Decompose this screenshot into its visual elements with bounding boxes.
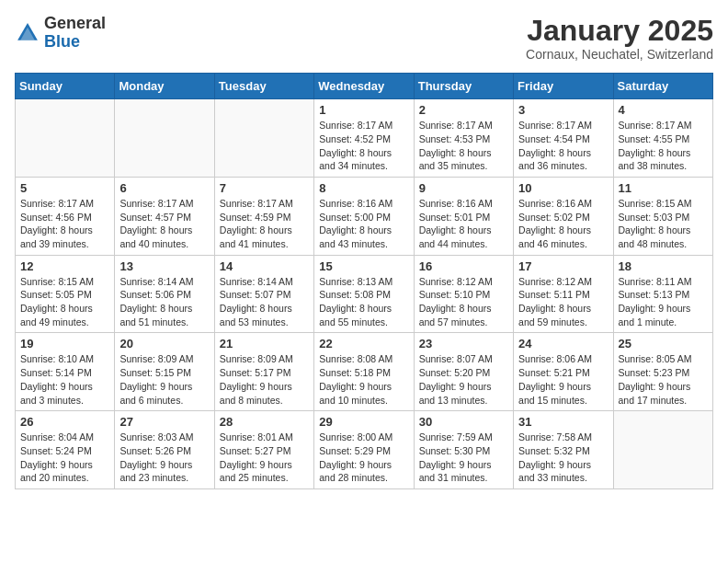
day-number: 9 xyxy=(419,181,508,195)
calendar-cell: 26Sunrise: 8:04 AM Sunset: 5:24 PM Dayli… xyxy=(16,411,115,489)
day-number: 29 xyxy=(319,415,408,429)
day-number: 22 xyxy=(319,337,408,350)
calendar-cell: 13Sunrise: 8:14 AM Sunset: 5:06 PM Dayli… xyxy=(115,255,214,333)
weekday-header: Tuesday xyxy=(214,74,313,99)
day-info: Sunrise: 8:15 AM Sunset: 5:05 PM Dayligh… xyxy=(20,275,109,329)
day-number: 23 xyxy=(419,337,508,350)
location: Cornaux, Neuchatel, Switzerland xyxy=(526,47,713,62)
day-info: Sunrise: 8:16 AM Sunset: 5:01 PM Dayligh… xyxy=(419,197,508,251)
day-info: Sunrise: 8:17 AM Sunset: 4:56 PM Dayligh… xyxy=(20,197,109,251)
calendar-cell: 28Sunrise: 8:01 AM Sunset: 5:27 PM Dayli… xyxy=(214,411,313,489)
calendar-cell: 4Sunrise: 8:17 AM Sunset: 4:55 PM Daylig… xyxy=(613,99,712,178)
weekday-header: Monday xyxy=(115,74,214,99)
day-number: 7 xyxy=(220,181,309,195)
day-info: Sunrise: 8:09 AM Sunset: 5:17 PM Dayligh… xyxy=(220,352,309,407)
day-info: Sunrise: 8:17 AM Sunset: 4:57 PM Dayligh… xyxy=(119,197,209,251)
calendar-cell: 19Sunrise: 8:10 AM Sunset: 5:14 PM Dayli… xyxy=(16,333,115,411)
day-number: 17 xyxy=(518,259,608,273)
day-number: 6 xyxy=(119,181,209,195)
calendar-cell: 8Sunrise: 8:16 AM Sunset: 5:00 PM Daylig… xyxy=(314,177,414,255)
day-number: 18 xyxy=(619,259,708,273)
day-info: Sunrise: 8:08 AM Sunset: 5:18 PM Dayligh… xyxy=(319,352,408,407)
calendar-cell xyxy=(613,411,712,489)
day-info: Sunrise: 8:07 AM Sunset: 5:20 PM Dayligh… xyxy=(419,352,508,407)
day-number: 30 xyxy=(419,415,508,429)
day-number: 8 xyxy=(319,181,408,195)
calendar-cell: 18Sunrise: 8:11 AM Sunset: 5:13 PM Dayli… xyxy=(613,255,712,333)
calendar-cell: 27Sunrise: 8:03 AM Sunset: 5:26 PM Dayli… xyxy=(115,411,214,489)
calendar-cell xyxy=(115,99,214,178)
calendar-table: SundayMondayTuesdayWednesdayThursdayFrid… xyxy=(15,73,713,489)
calendar-cell: 20Sunrise: 8:09 AM Sunset: 5:15 PM Dayli… xyxy=(115,333,214,411)
page-header: General Blue January 2025 Cornaux, Neuch… xyxy=(15,15,713,62)
day-number: 5 xyxy=(20,181,109,195)
weekday-header: Sunday xyxy=(16,74,115,99)
day-info: Sunrise: 8:09 AM Sunset: 5:15 PM Dayligh… xyxy=(119,352,209,407)
weekday-header: Saturday xyxy=(613,74,712,99)
calendar-cell: 10Sunrise: 8:16 AM Sunset: 5:02 PM Dayli… xyxy=(514,177,613,255)
day-info: Sunrise: 8:05 AM Sunset: 5:23 PM Dayligh… xyxy=(619,352,708,407)
day-info: Sunrise: 8:17 AM Sunset: 4:59 PM Dayligh… xyxy=(220,197,309,251)
day-info: Sunrise: 8:14 AM Sunset: 5:07 PM Dayligh… xyxy=(220,275,309,329)
day-info: Sunrise: 7:59 AM Sunset: 5:30 PM Dayligh… xyxy=(419,431,508,485)
calendar-cell: 25Sunrise: 8:05 AM Sunset: 5:23 PM Dayli… xyxy=(613,333,712,411)
day-number: 24 xyxy=(518,337,608,350)
calendar-cell: 23Sunrise: 8:07 AM Sunset: 5:20 PM Dayli… xyxy=(414,333,513,411)
day-info: Sunrise: 8:17 AM Sunset: 4:52 PM Dayligh… xyxy=(319,119,408,173)
day-info: Sunrise: 8:17 AM Sunset: 4:55 PM Dayligh… xyxy=(619,119,708,173)
weekday-header-row: SundayMondayTuesdayWednesdayThursdayFrid… xyxy=(16,74,713,99)
calendar-cell xyxy=(16,99,115,178)
day-info: Sunrise: 8:16 AM Sunset: 5:00 PM Dayligh… xyxy=(319,197,408,251)
calendar-week-row: 1Sunrise: 8:17 AM Sunset: 4:52 PM Daylig… xyxy=(16,99,713,178)
day-number: 13 xyxy=(119,259,209,273)
calendar-cell: 6Sunrise: 8:17 AM Sunset: 4:57 PM Daylig… xyxy=(115,177,214,255)
calendar-week-row: 19Sunrise: 8:10 AM Sunset: 5:14 PM Dayli… xyxy=(16,333,713,411)
weekday-header: Wednesday xyxy=(314,74,414,99)
calendar-cell: 16Sunrise: 8:12 AM Sunset: 5:10 PM Dayli… xyxy=(414,255,513,333)
day-number: 27 xyxy=(119,415,209,429)
calendar-cell: 1Sunrise: 8:17 AM Sunset: 4:52 PM Daylig… xyxy=(314,99,414,178)
day-info: Sunrise: 8:12 AM Sunset: 5:11 PM Dayligh… xyxy=(518,275,608,329)
weekday-header: Thursday xyxy=(414,74,513,99)
day-number: 2 xyxy=(419,103,508,117)
calendar-cell: 21Sunrise: 8:09 AM Sunset: 5:17 PM Dayli… xyxy=(214,333,313,411)
day-number: 28 xyxy=(220,415,309,429)
day-info: Sunrise: 8:00 AM Sunset: 5:29 PM Dayligh… xyxy=(319,431,408,485)
calendar-cell: 11Sunrise: 8:15 AM Sunset: 5:03 PM Dayli… xyxy=(613,177,712,255)
calendar-cell: 24Sunrise: 8:06 AM Sunset: 5:21 PM Dayli… xyxy=(514,333,613,411)
calendar-cell: 29Sunrise: 8:00 AM Sunset: 5:29 PM Dayli… xyxy=(314,411,414,489)
calendar-cell: 2Sunrise: 8:17 AM Sunset: 4:53 PM Daylig… xyxy=(414,99,513,178)
calendar-cell: 9Sunrise: 8:16 AM Sunset: 5:01 PM Daylig… xyxy=(414,177,513,255)
day-info: Sunrise: 7:58 AM Sunset: 5:32 PM Dayligh… xyxy=(518,431,608,485)
calendar-cell: 5Sunrise: 8:17 AM Sunset: 4:56 PM Daylig… xyxy=(16,177,115,255)
day-number: 10 xyxy=(518,181,608,195)
day-info: Sunrise: 8:12 AM Sunset: 5:10 PM Dayligh… xyxy=(419,275,508,329)
calendar-week-row: 12Sunrise: 8:15 AM Sunset: 5:05 PM Dayli… xyxy=(16,255,713,333)
day-info: Sunrise: 8:10 AM Sunset: 5:14 PM Dayligh… xyxy=(20,352,109,407)
day-info: Sunrise: 8:04 AM Sunset: 5:24 PM Dayligh… xyxy=(20,431,109,485)
day-number: 16 xyxy=(419,259,508,273)
day-number: 14 xyxy=(220,259,309,273)
day-info: Sunrise: 8:14 AM Sunset: 5:06 PM Dayligh… xyxy=(119,275,209,329)
day-number: 20 xyxy=(119,337,209,350)
calendar-cell: 3Sunrise: 8:17 AM Sunset: 4:54 PM Daylig… xyxy=(514,99,613,178)
day-number: 31 xyxy=(518,415,608,429)
day-number: 12 xyxy=(20,259,109,273)
calendar-cell xyxy=(214,99,313,178)
day-number: 3 xyxy=(518,103,608,117)
calendar-week-row: 5Sunrise: 8:17 AM Sunset: 4:56 PM Daylig… xyxy=(16,177,713,255)
month-title: January 2025 xyxy=(526,15,713,47)
day-info: Sunrise: 8:17 AM Sunset: 4:53 PM Dayligh… xyxy=(419,119,508,173)
calendar-cell: 12Sunrise: 8:15 AM Sunset: 5:05 PM Dayli… xyxy=(16,255,115,333)
day-info: Sunrise: 8:01 AM Sunset: 5:27 PM Dayligh… xyxy=(220,431,309,485)
day-number: 11 xyxy=(619,181,708,195)
title-block: January 2025 Cornaux, Neuchatel, Switzer… xyxy=(526,15,713,62)
day-info: Sunrise: 8:06 AM Sunset: 5:21 PM Dayligh… xyxy=(518,352,608,407)
day-number: 19 xyxy=(20,337,109,350)
day-number: 4 xyxy=(619,103,708,117)
day-info: Sunrise: 8:15 AM Sunset: 5:03 PM Dayligh… xyxy=(619,197,708,251)
calendar-cell: 31Sunrise: 7:58 AM Sunset: 5:32 PM Dayli… xyxy=(514,411,613,489)
logo-text: General Blue xyxy=(44,15,106,52)
calendar-cell: 7Sunrise: 8:17 AM Sunset: 4:59 PM Daylig… xyxy=(214,177,313,255)
weekday-header: Friday xyxy=(514,74,613,99)
